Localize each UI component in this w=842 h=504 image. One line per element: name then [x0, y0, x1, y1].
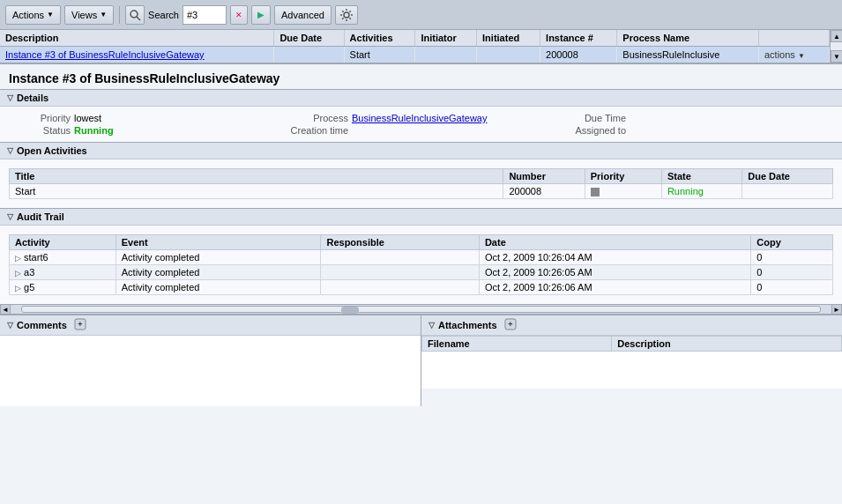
priority-row: Priority lowest — [9, 112, 278, 124]
at-event: Activity completed — [115, 265, 321, 280]
svg-point-0 — [130, 11, 138, 18]
results-wrapper: Description Due Date Activities Initiato… — [0, 30, 842, 63]
at-event: Activity completed — [115, 280, 321, 295]
at-responsible — [321, 250, 479, 265]
attachments-header-row: Filename Description — [422, 337, 842, 352]
attachments-add-icon[interactable]: + — [504, 318, 517, 332]
cell-instance-num: 200008 — [540, 47, 617, 63]
cell-initiated — [477, 47, 540, 63]
details-col-1: Priority lowest Status Running — [9, 112, 278, 137]
cell-initiator — [415, 47, 477, 63]
col-initiator: Initiator — [415, 30, 477, 47]
cell-due-date — [274, 47, 344, 63]
table-row[interactable]: Instance #3 of BusinessRuleInclusiveGate… — [0, 47, 830, 63]
process-value[interactable]: BusinessRuleInclusiveGateway — [352, 113, 487, 123]
attach-col-description: Description — [612, 337, 842, 352]
views-chevron-icon: ▼ — [100, 11, 107, 19]
gear-icon — [339, 8, 354, 22]
at-date: Oct 2, 2009 10:26:06 AM — [479, 280, 750, 295]
details-section-label: Details — [17, 93, 48, 103]
scroll-up-button[interactable]: ▲ — [831, 30, 842, 42]
col-instance-num: Instance # — [540, 30, 617, 47]
hscroll-right-button[interactable]: ► — [831, 304, 842, 315]
at-date: Oct 2, 2009 10:26:05 AM — [479, 265, 750, 280]
attachments-header[interactable]: ▽ Attachments + — [421, 315, 842, 336]
row-actions-chevron: ▼ — [798, 52, 805, 60]
play-button[interactable]: ▶ — [251, 5, 271, 25]
results-container: Description Due Date Activities Initiato… — [0, 30, 830, 63]
comments-add-icon[interactable]: + — [74, 318, 86, 332]
oa-title: Start — [10, 184, 503, 199]
status-row: Status Running — [9, 124, 278, 137]
at-col-activity: Activity — [10, 235, 116, 250]
cell-row-actions[interactable]: actions ▼ — [759, 47, 830, 63]
col-actions-header — [759, 30, 830, 47]
attachments-content: Filename Description — [421, 336, 842, 389]
gear-button[interactable] — [335, 5, 358, 25]
oa-col-due-date: Due Date — [742, 169, 833, 184]
oa-col-state: State — [661, 169, 741, 184]
play-icon: ▶ — [257, 10, 265, 19]
attachments-section: ▽ Attachments + Filename — [421, 315, 842, 406]
at-activity: ▷ start6 — [10, 250, 116, 265]
audit-trail-section: ▽ Audit Trail Activity Event Responsible… — [0, 208, 842, 304]
at-copy: 0 — [751, 250, 833, 265]
process-row: Process BusinessRuleInclusiveGateway — [287, 112, 555, 124]
search-icon-button[interactable] — [125, 5, 145, 25]
oa-col-priority: Priority — [585, 169, 661, 184]
views-button[interactable]: Views ▼ — [64, 5, 114, 25]
status-label: Status — [9, 125, 71, 136]
advanced-button[interactable]: Advanced — [274, 5, 332, 25]
col-initiated: Initiated — [477, 30, 540, 47]
attach-col-filename: Filename — [422, 337, 612, 352]
creation-time-row: Creation time — [287, 124, 555, 137]
at-event: Activity completed — [115, 250, 321, 265]
details-section-content: Priority lowest Status Running Process B… — [0, 107, 842, 142]
vertical-scrollbar: ▲ ▼ — [830, 30, 842, 63]
audit-trail-row[interactable]: ▷ start6 Activity completed Oct 2, 2009 … — [10, 250, 833, 265]
details-section-header[interactable]: ▽ Details — [0, 90, 842, 107]
col-activities: Activities — [344, 30, 415, 47]
separator-1 — [119, 6, 120, 24]
comments-section: ▽ Comments + — [0, 315, 421, 406]
bottom-sections: ▽ Comments + ▽ Attachment — [0, 315, 842, 406]
at-col-copy: Copy — [751, 235, 833, 250]
svg-text:+: + — [78, 320, 82, 329]
svg-point-2 — [344, 12, 349, 18]
actions-button[interactable]: Actions ▼ — [5, 5, 61, 25]
at-col-date: Date — [479, 235, 750, 250]
comments-toggle-icon: ▽ — [7, 321, 13, 330]
open-activities-header-row: Title Number Priority State Due Date — [10, 169, 833, 184]
detail-title: Instance #3 of BusinessRuleInclusiveGate… — [0, 64, 842, 89]
comments-header[interactable]: ▽ Comments + — [0, 315, 421, 336]
main-area: Description Due Date Activities Initiato… — [0, 30, 842, 504]
search-input[interactable] — [183, 5, 227, 25]
details-col-3: Due Time Assigned to — [564, 112, 833, 137]
cell-process-name: BusinessRuleInclusive — [617, 47, 759, 63]
views-label: Views — [71, 10, 97, 20]
audit-trail-header[interactable]: ▽ Audit Trail — [0, 209, 842, 226]
comments-textarea[interactable] — [4, 339, 417, 401]
open-activities-header[interactable]: ▽ Open Activities — [0, 143, 842, 159]
scroll-down-button[interactable]: ▼ — [831, 50, 842, 63]
at-date: Oct 2, 2009 10:26:04 AM — [479, 250, 750, 265]
attachments-label: Attachments — [438, 320, 497, 330]
audit-trail-row[interactable]: ▷ g5 Activity completed Oct 2, 2009 10:2… — [10, 280, 833, 295]
row-actions-link[interactable]: actions ▼ — [764, 49, 805, 60]
horizontal-scrollbar: ◄ ► — [0, 304, 842, 315]
open-activity-row[interactable]: Start 200008 Running — [10, 184, 833, 199]
oa-col-number: Number — [503, 169, 585, 184]
open-activities-label: Open Activities — [17, 145, 87, 156]
hscroll-thumb[interactable] — [341, 307, 359, 314]
details-toggle-icon: ▽ — [7, 93, 13, 102]
at-col-responsible: Responsible — [321, 235, 479, 250]
detail-panel: Instance #3 of BusinessRuleInclusiveGate… — [0, 63, 842, 504]
cell-activities: Start — [344, 47, 415, 63]
hscroll-left-button[interactable]: ◄ — [0, 304, 11, 315]
col-description: Description — [0, 30, 274, 47]
audit-trail-row[interactable]: ▷ a3 Activity completed Oct 2, 2009 10:2… — [10, 265, 833, 280]
clear-button[interactable]: ✕ — [230, 5, 248, 25]
open-activities-table: Title Number Priority State Due Date Sta… — [9, 168, 833, 199]
oa-state: Running — [661, 184, 741, 199]
hscroll-track — [21, 306, 821, 313]
